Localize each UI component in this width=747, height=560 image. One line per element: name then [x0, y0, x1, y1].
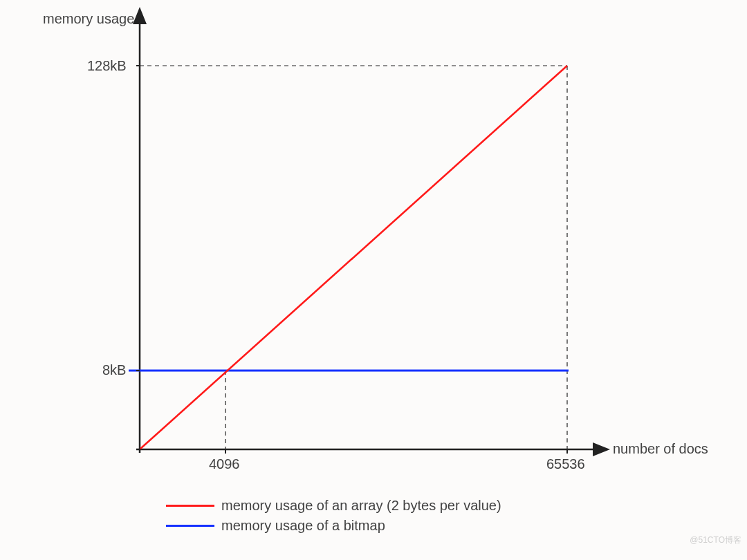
chart: memory usage number of docs 128kB 8kB 40…	[0, 0, 747, 560]
x-axis-label: number of docs	[613, 441, 708, 457]
series-array	[140, 66, 567, 449]
y-tick-label-8kb: 8kB	[102, 362, 126, 378]
legend-item-bitmap: memory usage of a bitmap	[166, 518, 501, 534]
chart-svg	[0, 0, 747, 560]
legend-label-bitmap: memory usage of a bitmap	[221, 518, 385, 534]
y-tick-label-128kb: 128kB	[87, 58, 127, 74]
x-tick-label-4096: 4096	[209, 456, 240, 472]
legend-swatch-array	[166, 505, 214, 507]
y-axis-label: memory usage	[43, 11, 134, 27]
x-tick-label-65536: 65536	[546, 456, 585, 472]
watermark: @51CTO博客	[690, 534, 741, 546]
legend: memory usage of an array (2 bytes per va…	[166, 498, 501, 538]
legend-item-array: memory usage of an array (2 bytes per va…	[166, 498, 501, 514]
legend-swatch-bitmap	[166, 525, 214, 527]
legend-label-array: memory usage of an array (2 bytes per va…	[221, 498, 501, 514]
